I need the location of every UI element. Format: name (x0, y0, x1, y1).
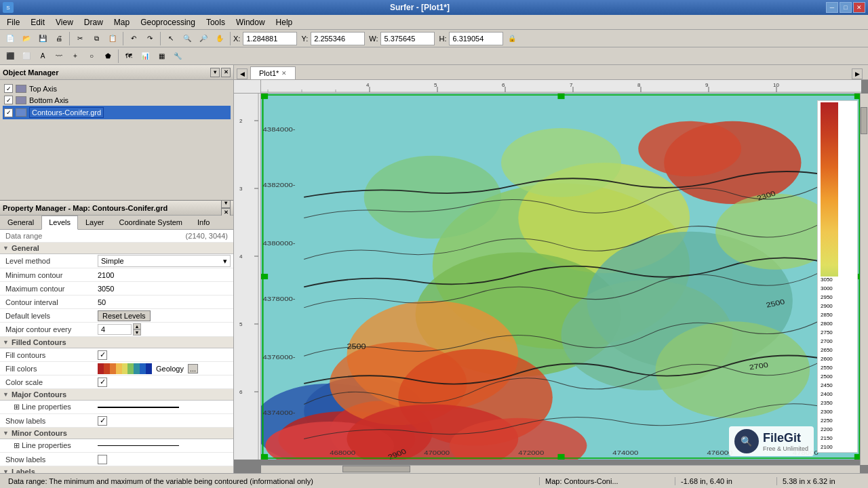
save-button[interactable]: 💾 (35, 31, 50, 46)
data-range-label: Data range (5, 232, 42, 240)
zoom-out-button[interactable]: 🔎 (196, 31, 211, 46)
tab-general[interactable]: General (0, 216, 41, 229)
pm-menu-button[interactable]: ▾ (221, 201, 231, 208)
lock-button[interactable]: 🔒 (505, 31, 519, 46)
checkbox-top-axis[interactable]: ✓ (4, 84, 13, 93)
scroll-thumb-h[interactable] (342, 466, 410, 472)
y-coord[interactable]: 2.255346 (311, 32, 365, 45)
major-show-labels-checkbox[interactable]: ✓ (98, 416, 107, 426)
legend-2700: 2700 (821, 338, 856, 345)
map-btn-3[interactable]: ▦ (154, 49, 169, 64)
menu-file[interactable]: File (1, 16, 25, 28)
minor-line-props-label: ⊞ Line properties (0, 440, 95, 451)
axis-icon (16, 85, 26, 93)
minor-contours-section-header[interactable]: ▼ Minor Contours (0, 428, 233, 439)
tab-levels[interactable]: Levels (41, 216, 78, 230)
draw-btn-2[interactable]: ⬜ (19, 49, 34, 64)
tab-coordinate-system[interactable]: Coordinate System (111, 216, 190, 229)
map-canvas[interactable]: 4 5 6 7 8 9 10 (234, 80, 868, 473)
draw-btn-6[interactable]: ○ (84, 49, 99, 64)
tree-item-contours[interactable]: ✓ Contours-Conifer.grd (3, 106, 231, 119)
reset-levels-button[interactable]: Reset Levels (98, 310, 151, 321)
object-manager-title: Object Manager (3, 68, 59, 77)
x-coord[interactable]: 1.284881 (243, 32, 297, 45)
panel-menu-button[interactable]: ▾ (210, 68, 220, 77)
menu-geoprocessing[interactable]: Geoprocessing (135, 16, 201, 28)
checkbox-bottom-axis[interactable]: ✓ (4, 96, 13, 104)
major-show-labels-row: Show labels ✓ (0, 414, 233, 428)
menu-edit[interactable]: Edit (25, 16, 50, 28)
menu-window[interactable]: Window (231, 16, 271, 28)
bottom-axis-label: Bottom Axis (29, 96, 68, 104)
close-button[interactable]: ✕ (853, 2, 865, 13)
panel-close-button[interactable]: ✕ (221, 68, 231, 77)
tab-close-button[interactable]: ✕ (281, 70, 287, 77)
major-contours-expand-icon: ▼ (3, 391, 9, 398)
max-contour-row: Maximum contour 3050 (0, 282, 233, 296)
redo-button[interactable]: ↷ (142, 31, 157, 46)
cut-button[interactable]: ✂ (73, 31, 87, 46)
fill-colors-button[interactable]: ... (188, 364, 198, 373)
filegit-icon: 🔍 (734, 429, 759, 453)
draw-btn-7[interactable]: ⬟ (100, 49, 115, 64)
tab-nav-right[interactable]: ▶ (852, 68, 863, 79)
map-btn-2[interactable]: 📊 (138, 49, 153, 64)
menu-map[interactable]: Map (108, 16, 135, 28)
min-contour-value: 2100 (95, 270, 233, 280)
new-button[interactable]: 📄 (3, 31, 18, 46)
scroll-thumb-v[interactable] (861, 107, 867, 134)
paste-button[interactable]: 📋 (105, 31, 120, 46)
color-scale-checkbox[interactable]: ✓ (98, 378, 107, 387)
menu-help[interactable]: Help (271, 16, 298, 28)
labels-section-header[interactable]: ▼ Labels (0, 466, 233, 473)
menu-view[interactable]: View (50, 16, 79, 28)
fill-colors-display: Geology ... (98, 363, 198, 374)
legend-2500: 2500 (821, 373, 856, 380)
undo-button[interactable]: ↶ (126, 31, 141, 46)
minor-show-labels-checkbox[interactable] (98, 455, 107, 464)
draw-btn-3[interactable]: A (35, 49, 50, 64)
toolbar-main: 📄 📂 💾 🖨 ✂ ⧉ 📋 ↶ ↷ ↖ 🔍 🔎 ✋ X: 1.284881 Y:… (0, 30, 868, 47)
map-tab-plot1[interactable]: Plot1* ✕ (250, 66, 296, 79)
draw-btn-1[interactable]: ⬛ (3, 49, 18, 64)
major-show-labels-value: ✓ (95, 415, 233, 426)
tree-item-bottom-axis[interactable]: ✓ Bottom Axis (3, 94, 231, 106)
major-contour-value: ▲ ▼ (95, 323, 233, 336)
draw-btn-4[interactable]: 〰 (52, 49, 66, 64)
fill-contours-checkbox[interactable]: ✓ (98, 350, 107, 360)
spin-down-button[interactable]: ▼ (133, 329, 141, 336)
print-button[interactable]: 🖨 (52, 31, 66, 46)
select-button[interactable]: ↖ (163, 31, 178, 46)
menu-tools[interactable]: Tools (201, 16, 231, 28)
major-contours-section-header[interactable]: ▼ Major Contours (0, 389, 233, 401)
general-section-header[interactable]: ▼ General (0, 243, 233, 254)
open-button[interactable]: 📂 (19, 31, 34, 46)
scrollbar-horizontal[interactable] (261, 465, 860, 473)
filegit-text-block: FileGit Free & Unlimited (763, 431, 808, 452)
svg-text:9: 9 (705, 82, 709, 88)
tab-info[interactable]: Info (190, 216, 217, 229)
pan-button[interactable]: ✋ (212, 31, 227, 46)
map-btn-1[interactable]: 🗺 (121, 49, 136, 64)
spin-up-button[interactable]: ▲ (133, 323, 141, 329)
tree-item-top-axis[interactable]: ✓ Top Axis (3, 83, 231, 94)
copy-button[interactable]: ⧉ (89, 31, 104, 46)
maximize-button[interactable]: □ (840, 2, 852, 13)
checkbox-contours[interactable]: ✓ (4, 108, 13, 117)
scrollbar-vertical[interactable] (860, 94, 868, 465)
major-contour-input[interactable] (98, 324, 132, 335)
tab-layer[interactable]: Layer (78, 216, 112, 229)
menu-draw[interactable]: Draw (79, 16, 108, 28)
svg-text:4: 4 (239, 253, 243, 260)
filled-contours-section-header[interactable]: ▼ Filled Contours (0, 337, 233, 348)
level-method-dropdown[interactable]: Simple ▾ (98, 255, 231, 267)
contour-icon (16, 108, 26, 117)
map-btn-4[interactable]: 🔧 (170, 49, 185, 64)
min-contour-text: 2100 (98, 271, 114, 279)
w-coord[interactable]: 5.375645 (380, 32, 435, 45)
h-coord[interactable]: 6.319054 (449, 32, 503, 45)
zoom-in-button[interactable]: 🔍 (180, 31, 195, 46)
draw-btn-5[interactable]: + (68, 49, 83, 64)
tab-nav-left[interactable]: ◀ (237, 68, 248, 79)
minimize-button[interactable]: ─ (826, 2, 838, 13)
